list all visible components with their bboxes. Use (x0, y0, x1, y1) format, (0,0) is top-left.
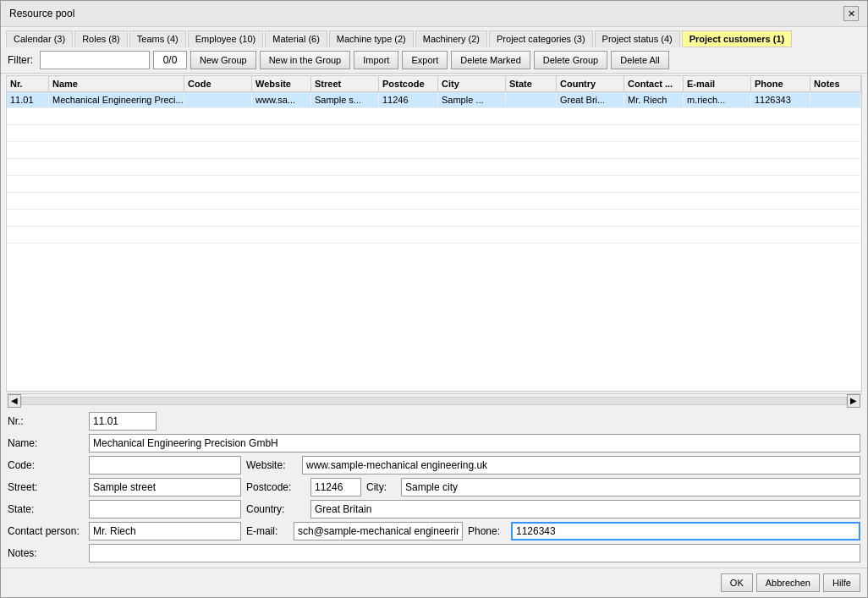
import-button[interactable]: Import (354, 51, 398, 69)
new-in-group-button[interactable]: New in the Group (260, 51, 351, 69)
cell-nr: 11.01 (7, 92, 49, 107)
email-input[interactable] (294, 522, 463, 540)
delete-all-button[interactable]: Delete All (611, 51, 668, 69)
nr-input[interactable] (89, 412, 157, 431)
phone-input[interactable] (511, 522, 860, 540)
website-label: Website: (246, 459, 297, 471)
filter-input[interactable] (40, 51, 150, 69)
table-row-empty (7, 210, 861, 227)
city-label: City: (366, 481, 396, 493)
new-group-button[interactable]: New Group (190, 51, 256, 69)
title-bar: Resource pool ✕ (1, 1, 867, 27)
col-header-code: Code (184, 76, 252, 91)
table-row-empty (7, 142, 861, 159)
cell-notes (810, 92, 861, 107)
filter-count: 0/0 (153, 51, 187, 69)
website-input[interactable] (302, 456, 860, 475)
state-input[interactable] (89, 500, 241, 518)
postcode-input[interactable] (310, 478, 361, 497)
notes-input[interactable] (89, 544, 860, 562)
cell-state (506, 92, 557, 107)
col-header-notes: Notes (810, 76, 861, 91)
cell-name: Mechanical Engineering Preci... (49, 92, 184, 107)
cell-phone: 1126343 (751, 92, 810, 107)
toolbar: Filter: 0/0 New Group New in the Group I… (1, 47, 867, 74)
code-input[interactable] (89, 456, 241, 475)
phone-label: Phone: (468, 525, 506, 537)
tab-teams[interactable]: Teams (4) (129, 30, 186, 47)
contact-label: Contact person: (8, 525, 84, 537)
form-area: Nr.: Name: Code: Website: Street: Postco… (1, 407, 867, 568)
notes-label: Notes: (8, 547, 84, 559)
filter-label: Filter: (8, 54, 33, 66)
street-input[interactable] (89, 478, 241, 497)
table-header: Nr.NameCodeWebsiteStreetPostcodeCityStat… (7, 76, 861, 92)
form-row-code-website: Code: Website: (8, 456, 860, 475)
col-header-phone: Phone (751, 76, 810, 91)
horizontal-scrollbar: ◀ ▶ (6, 393, 862, 407)
resource-pool-dialog: Resource pool ✕ Calendar (3)Roles (8)Tea… (0, 0, 868, 598)
help-button[interactable]: Hilfe (823, 573, 860, 592)
contact-input[interactable] (89, 522, 241, 540)
main-content: Nr.NameCodeWebsiteStreetPostcodeCityStat… (1, 74, 867, 568)
code-label: Code: (8, 459, 84, 471)
cancel-button[interactable]: Abbrechen (756, 573, 820, 592)
tab-project-categories[interactable]: Project categories (3) (489, 30, 593, 47)
scroll-right-arrow[interactable]: ▶ (847, 394, 860, 408)
table-row-empty (7, 125, 861, 142)
col-header-state: State (506, 76, 557, 91)
ok-button[interactable]: OK (721, 573, 753, 592)
table-row-empty (7, 108, 861, 125)
tab-machine-type[interactable]: Machine type (2) (329, 30, 414, 47)
col-header-postcode: Postcode (379, 76, 438, 91)
dialog-title: Resource pool (9, 8, 74, 19)
tab-project-status[interactable]: Project status (4) (595, 30, 680, 47)
table-area: Nr.NameCodeWebsiteStreetPostcodeCityStat… (6, 75, 862, 392)
country-label: Country: (246, 503, 305, 515)
cell-postcode: 11246 (379, 92, 438, 107)
tab-material[interactable]: Material (6) (265, 30, 327, 47)
cell-street: Sample s... (311, 92, 379, 107)
cell-email: m.riech... (684, 92, 751, 107)
col-header-website: Website (252, 76, 311, 91)
street-label: Street: (8, 481, 84, 493)
cell-contact: Mr. Riech (624, 92, 684, 107)
state-label: State: (8, 503, 84, 515)
form-row-street: Street: Postcode: City: (8, 478, 860, 497)
scrollbar-track[interactable] (21, 397, 847, 405)
col-header-email: E-mail (684, 76, 751, 91)
name-input[interactable] (89, 434, 860, 453)
delete-marked-button[interactable]: Delete Marked (451, 51, 530, 69)
form-row-nr: Nr.: (8, 412, 860, 431)
col-header-nr: Nr. (7, 76, 49, 91)
table-body[interactable]: 11.01Mechanical Engineering Preci...www.… (7, 92, 861, 391)
table-row-empty (7, 159, 861, 176)
col-header-name: Name (49, 76, 184, 91)
postcode-label: Postcode: (246, 481, 305, 493)
export-button[interactable]: Export (402, 51, 448, 69)
bottom-buttons: OK Abbrechen Hilfe (1, 568, 867, 597)
nr-label: Nr.: (8, 415, 84, 427)
delete-group-button[interactable]: Delete Group (534, 51, 607, 69)
tab-machinery[interactable]: Machinery (2) (415, 30, 487, 47)
tab-project-customers[interactable]: Project customers (1) (682, 30, 792, 47)
tab-roles[interactable]: Roles (8) (74, 30, 128, 47)
cell-website: www.sa... (252, 92, 311, 107)
tab-calendar[interactable]: Calendar (3) (6, 30, 73, 47)
cell-city: Sample ... (438, 92, 506, 107)
col-header-country: Country (557, 76, 624, 91)
country-input[interactable] (310, 500, 860, 518)
table-row[interactable]: 11.01Mechanical Engineering Preci...www.… (7, 92, 861, 108)
close-button[interactable]: ✕ (843, 6, 859, 21)
tab-employee[interactable]: Employee (10) (188, 30, 264, 47)
cell-code (184, 92, 252, 107)
cell-country: Great Bri... (557, 92, 624, 107)
table-row-empty (7, 176, 861, 193)
form-row-name: Name: (8, 434, 860, 453)
scroll-left-arrow[interactable]: ◀ (8, 394, 21, 408)
city-input[interactable] (401, 478, 860, 497)
col-header-contact: Contact ... (624, 76, 684, 91)
form-row-state-country: State: Country: (8, 500, 860, 518)
table-row-empty (7, 227, 861, 244)
name-label: Name: (8, 437, 84, 449)
